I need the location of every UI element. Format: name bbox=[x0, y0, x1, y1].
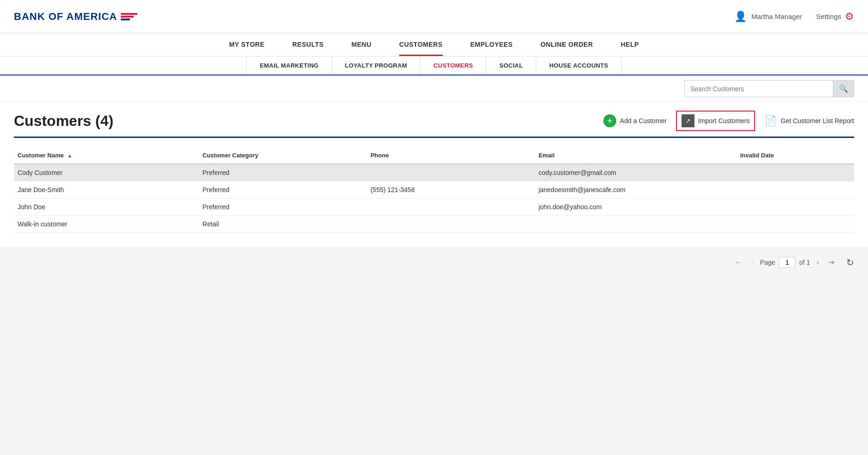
customers-tbody: Cody Customer Preferred cody.customer@gm… bbox=[14, 164, 854, 233]
sub-nav-email-marketing[interactable]: EMAIL MARKETING bbox=[246, 56, 332, 75]
logo-area: BANK OF AMERICA bbox=[14, 11, 137, 23]
cell-phone: (555) 121-3456 bbox=[367, 181, 535, 199]
logo-text: BANK OF AMERICA bbox=[14, 11, 117, 23]
cell-category: Preferred bbox=[199, 181, 367, 199]
prev-page-button[interactable]: ‹ bbox=[748, 256, 756, 268]
cell-phone bbox=[367, 199, 535, 216]
sub-nav: EMAIL MARKETING LOYALTY PROGRAM CUSTOMER… bbox=[0, 56, 868, 75]
flag-line-3 bbox=[121, 19, 130, 20]
content-area: Customers (4) + Add a Customer ↗ Import … bbox=[0, 101, 868, 247]
add-customer-button[interactable]: + Add a Customer bbox=[603, 114, 667, 127]
last-page-button[interactable]: ⇥ bbox=[825, 256, 837, 268]
cell-invalid-date bbox=[737, 216, 854, 233]
table-row[interactable]: Jane Doe-Smith Preferred (555) 121-3456 … bbox=[14, 181, 854, 199]
import-icon: ↗ bbox=[682, 114, 694, 127]
cell-email: john.doe@yahoo.com bbox=[535, 199, 737, 216]
cell-invalid-date bbox=[737, 181, 854, 199]
cell-email bbox=[535, 216, 737, 233]
page-number-input[interactable] bbox=[779, 257, 795, 268]
col-header-email: Email bbox=[535, 147, 737, 164]
cell-email: cody.customer@gmail.com bbox=[535, 164, 737, 181]
nav-item-menu[interactable]: MENU bbox=[352, 33, 372, 56]
cell-category: Preferred bbox=[199, 199, 367, 216]
next-page-button[interactable]: › bbox=[814, 256, 822, 268]
nav-item-my-store[interactable]: MY STORE bbox=[229, 33, 265, 56]
nav-item-help[interactable]: HELP bbox=[621, 33, 639, 56]
user-section[interactable]: 👤 Martha Manager bbox=[734, 11, 802, 23]
nav-item-employees[interactable]: EMPLOYEES bbox=[471, 33, 513, 56]
cell-name: Cody Customer bbox=[14, 164, 199, 181]
refresh-button[interactable]: ↻ bbox=[846, 257, 854, 268]
report-icon: 📄 bbox=[764, 115, 777, 127]
add-customer-label: Add a Customer bbox=[620, 117, 667, 125]
table-row[interactable]: John Doe Preferred john.doe@yahoo.com bbox=[14, 199, 854, 216]
table-row[interactable]: Cody Customer Preferred cody.customer@gm… bbox=[14, 164, 854, 181]
sort-arrow-name: ▲ bbox=[67, 153, 72, 158]
sub-nav-social[interactable]: SOCIAL bbox=[486, 56, 536, 75]
get-report-button[interactable]: 📄 Get Customer List Report bbox=[764, 115, 854, 127]
flag-line-2 bbox=[121, 16, 134, 18]
of-label: of 1 bbox=[799, 259, 810, 266]
search-area: 🔍 bbox=[0, 75, 868, 101]
logo-flag bbox=[121, 13, 137, 20]
main-nav: MY STORE RESULTS MENU CUSTOMERS EMPLOYEE… bbox=[0, 33, 868, 56]
cell-name: Jane Doe-Smith bbox=[14, 181, 199, 199]
nav-item-customers[interactable]: CUSTOMERS bbox=[399, 33, 443, 56]
col-header-invalid-date: Invalid Date bbox=[737, 147, 854, 164]
pagination: ⇤ ‹ Page of 1 › ⇥ ↻ bbox=[0, 247, 868, 278]
customers-table: Customer Name ▲ Customer Category Phone … bbox=[14, 147, 854, 233]
col-header-category: Customer Category bbox=[199, 147, 367, 164]
search-input[interactable] bbox=[685, 81, 833, 96]
cell-invalid-date bbox=[737, 164, 854, 181]
first-page-button[interactable]: ⇤ bbox=[733, 256, 744, 268]
add-icon: + bbox=[603, 114, 616, 127]
cell-name: John Doe bbox=[14, 199, 199, 216]
cell-invalid-date bbox=[737, 199, 854, 216]
flag-line-1 bbox=[121, 13, 137, 15]
settings-icon: ⚙ bbox=[845, 11, 854, 23]
import-customers-label: Import Customers bbox=[698, 117, 750, 125]
sub-nav-loyalty-program[interactable]: LOYALTY PROGRAM bbox=[332, 56, 421, 75]
nav-item-results[interactable]: RESULTS bbox=[292, 33, 324, 56]
settings-label: Settings bbox=[816, 12, 841, 20]
page-header: Customers (4) + Add a Customer ↗ Import … bbox=[14, 111, 854, 138]
user-icon: 👤 bbox=[734, 11, 747, 23]
sub-nav-customers[interactable]: CUSTOMERS bbox=[421, 56, 487, 75]
col-header-name[interactable]: Customer Name ▲ bbox=[14, 147, 199, 164]
page-label: Page bbox=[760, 259, 775, 266]
nav-item-online-order[interactable]: ONLINE ORDER bbox=[540, 33, 593, 56]
import-customers-button[interactable]: ↗ Import Customers bbox=[676, 111, 755, 131]
sub-nav-house-accounts[interactable]: HOUSE ACCOUNTS bbox=[536, 56, 621, 75]
cell-email: janedoesmith@janescafe.com bbox=[535, 181, 737, 199]
action-buttons: + Add a Customer ↗ Import Customers 📄 Ge… bbox=[603, 111, 854, 131]
cell-name: Walk-in customer bbox=[14, 216, 199, 233]
page-title: Customers (4) bbox=[14, 112, 113, 130]
cell-category: Retail bbox=[199, 216, 367, 233]
cell-phone bbox=[367, 164, 535, 181]
table-row[interactable]: Walk-in customer Retail bbox=[14, 216, 854, 233]
top-right: 👤 Martha Manager Settings ⚙ bbox=[734, 11, 854, 23]
search-box: 🔍 bbox=[684, 80, 854, 97]
cell-phone bbox=[367, 216, 535, 233]
table-header-row: Customer Name ▲ Customer Category Phone … bbox=[14, 147, 854, 164]
settings-section[interactable]: Settings ⚙ bbox=[816, 11, 854, 23]
get-report-label: Get Customer List Report bbox=[781, 117, 854, 125]
top-bar: BANK OF AMERICA 👤 Martha Manager Setting… bbox=[0, 0, 868, 33]
search-button[interactable]: 🔍 bbox=[833, 81, 854, 97]
cell-category: Preferred bbox=[199, 164, 367, 181]
user-name: Martha Manager bbox=[751, 12, 802, 20]
col-header-phone: Phone bbox=[367, 147, 535, 164]
